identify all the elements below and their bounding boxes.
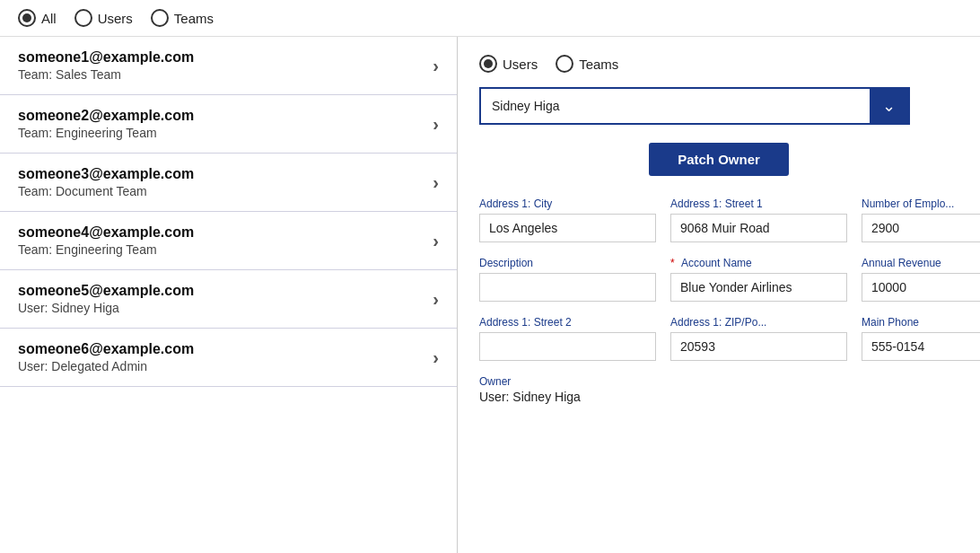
chevron-right-icon: › <box>433 231 439 251</box>
form-label: * Account Name <box>670 257 847 269</box>
list-item[interactable]: someone2@example.com Team: Engineering T… <box>0 95 457 154</box>
form-label: Address 1: Street 1 <box>670 198 847 210</box>
form-label: Number of Emplo... <box>862 198 980 210</box>
form-input[interactable] <box>862 214 980 242</box>
form-input[interactable] <box>862 273 980 302</box>
dropdown-value: Sidney Higa <box>481 92 870 120</box>
right-radio-teams-circle <box>556 55 573 73</box>
radio-users-circle <box>74 9 92 27</box>
chevron-right-icon: › <box>433 56 439 76</box>
list-item-email: someone2@example.com <box>18 108 194 124</box>
form-field: Address 1: Street 1 <box>670 198 847 242</box>
required-star: * <box>670 257 678 269</box>
radio-users-label: Users <box>98 11 133 26</box>
form-field: Address 1: ZIP/Po... <box>670 316 847 361</box>
chevron-down-icon: ⌄ <box>882 96 896 116</box>
chevron-right-icon: › <box>433 347 439 368</box>
owner-value: User: Sidney Higa <box>479 390 958 404</box>
list-item-subtitle: Team: Engineering Team <box>18 126 194 140</box>
list-item-email: someone4@example.com <box>18 224 194 241</box>
form-field: Address 1: Street 2 <box>479 316 656 361</box>
radio-teams[interactable]: Teams <box>151 9 214 27</box>
list-item-text: someone6@example.com User: Delegated Adm… <box>18 341 194 373</box>
form-field: Description <box>479 257 656 302</box>
owner-label: Owner <box>479 375 958 388</box>
list-item-text: someone1@example.com Team: Sales Team <box>18 49 194 82</box>
owner-section: Owner User: Sidney Higa <box>479 375 958 404</box>
radio-all-label: All <box>41 11 57 26</box>
list-item-text: someone4@example.com Team: Engineering T… <box>18 224 194 257</box>
top-radio-group: All Users Teams <box>18 9 214 27</box>
right-radio-teams[interactable]: Teams <box>556 55 618 73</box>
form-input[interactable] <box>670 214 847 242</box>
radio-all[interactable]: All <box>18 9 57 27</box>
list-item[interactable]: someone6@example.com User: Delegated Adm… <box>0 329 457 387</box>
chevron-right-icon: › <box>433 289 439 310</box>
patch-owner-button[interactable]: Patch Owner <box>649 143 789 176</box>
form-input[interactable] <box>479 273 656 302</box>
list-item-text: someone3@example.com Team: Document Team <box>18 166 194 198</box>
form-field: Address 1: City <box>479 198 656 242</box>
radio-all-circle <box>18 9 36 27</box>
radio-teams-label: Teams <box>174 11 214 26</box>
form-label: Address 1: City <box>479 198 656 210</box>
form-label: Description <box>479 257 656 269</box>
list-item[interactable]: someone3@example.com Team: Document Team… <box>0 154 457 212</box>
form-input[interactable] <box>479 332 656 361</box>
dropdown-chevron-button[interactable]: ⌄ <box>870 89 908 123</box>
form-input[interactable] <box>862 332 980 361</box>
list-item-text: someone5@example.com User: Sidney Higa <box>18 283 194 315</box>
form-field: * Account Name <box>670 257 847 302</box>
right-radio-group: Users Teams <box>479 55 958 73</box>
list-item-email: someone1@example.com <box>18 49 194 66</box>
patch-owner-container: Patch Owner <box>479 143 958 176</box>
list-item-subtitle: Team: Document Team <box>18 184 194 198</box>
form-field: Number of Emplo... <box>862 198 980 242</box>
form-label: Annual Revenue <box>862 257 980 269</box>
form-label: Address 1: ZIP/Po... <box>670 316 847 329</box>
radio-teams-circle <box>151 9 169 27</box>
list-item-subtitle: Team: Engineering Team <box>18 242 194 257</box>
list-item[interactable]: someone1@example.com Team: Sales Team › <box>0 37 457 95</box>
form-label: Main Phone <box>862 316 980 329</box>
right-radio-teams-label: Teams <box>579 57 618 72</box>
right-radio-users[interactable]: Users <box>479 55 538 73</box>
form-field: Annual Revenue <box>862 257 980 302</box>
chevron-right-icon: › <box>433 172 439 193</box>
list-item[interactable]: someone5@example.com User: Sidney Higa › <box>0 270 457 329</box>
list-item-text: someone2@example.com Team: Engineering T… <box>18 108 194 140</box>
chevron-right-icon: › <box>433 114 439 135</box>
form-input[interactable] <box>670 273 847 302</box>
radio-users[interactable]: Users <box>74 9 133 27</box>
right-radio-users-circle <box>479 55 497 73</box>
left-panel: someone1@example.com Team: Sales Team › … <box>0 37 458 553</box>
list-item-subtitle: User: Delegated Admin <box>18 359 194 373</box>
list-item-subtitle: User: Sidney Higa <box>18 301 194 315</box>
list-item-email: someone3@example.com <box>18 166 194 182</box>
list-item-subtitle: Team: Sales Team <box>18 67 194 82</box>
form-field: Main Phone <box>862 316 980 361</box>
dropdown-select[interactable]: Sidney Higa ⌄ <box>479 87 910 125</box>
list-item[interactable]: someone4@example.com Team: Engineering T… <box>0 212 457 270</box>
right-panel: Users Teams Sidney Higa ⌄ Patch Owner Ad… <box>458 37 980 553</box>
form-input[interactable] <box>670 332 847 361</box>
main-content: someone1@example.com Team: Sales Team › … <box>0 37 980 553</box>
form-label: Address 1: Street 2 <box>479 316 656 329</box>
list-item-email: someone5@example.com <box>18 283 194 299</box>
form-input[interactable] <box>479 214 656 242</box>
top-bar: All Users Teams <box>0 0 980 37</box>
dropdown-container: Sidney Higa ⌄ <box>479 87 958 125</box>
list-item-email: someone6@example.com <box>18 341 194 357</box>
right-radio-users-label: Users <box>503 57 538 72</box>
form-grid: Address 1: CityAddress 1: Street 1Number… <box>479 198 958 361</box>
